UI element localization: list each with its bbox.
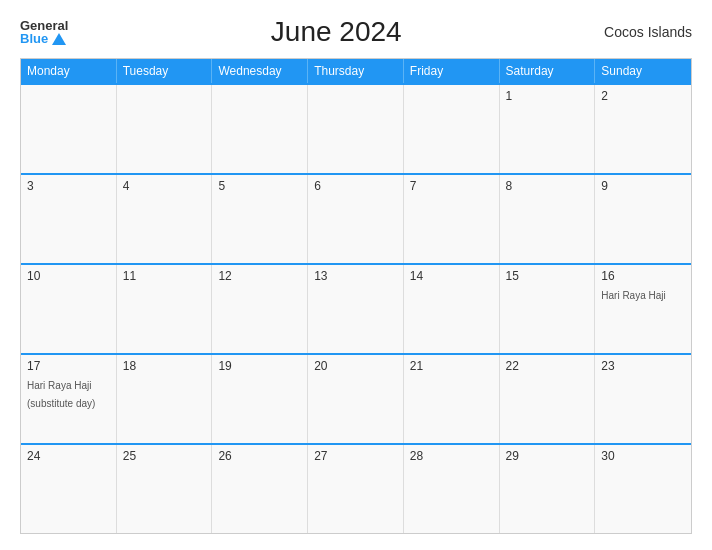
calendar: Monday Tuesday Wednesday Thursday Friday… [20,58,692,534]
day-number: 24 [27,449,110,463]
day-cell-10: 10 [21,265,117,353]
day-cell-5: 5 [212,175,308,263]
day-number: 17 [27,359,110,373]
day-cell-23: 23 [595,355,691,443]
day-cell [117,85,213,173]
day-cell-29: 29 [500,445,596,533]
day-number: 11 [123,269,206,283]
day-number: 9 [601,179,685,193]
day-number: 27 [314,449,397,463]
logo-blue-text: Blue [20,32,68,45]
day-cell-18: 18 [117,355,213,443]
day-number: 12 [218,269,301,283]
day-cell-12: 12 [212,265,308,353]
day-cell-21: 21 [404,355,500,443]
day-number: 18 [123,359,206,373]
day-number: 15 [506,269,589,283]
week-row-4: 17 Hari Raya Haji (substitute day) 18 19… [21,353,691,443]
day-number: 10 [27,269,110,283]
day-number: 7 [410,179,493,193]
day-number: 16 [601,269,685,283]
day-cell-7: 7 [404,175,500,263]
header-saturday: Saturday [500,59,596,83]
calendar-title: June 2024 [271,16,402,48]
header-tuesday: Tuesday [117,59,213,83]
day-number: 13 [314,269,397,283]
day-cell-28: 28 [404,445,500,533]
week-row-3: 10 11 12 13 14 15 16 H [21,263,691,353]
day-number: 1 [506,89,589,103]
day-cell-6: 6 [308,175,404,263]
day-cell-22: 22 [500,355,596,443]
region-label: Cocos Islands [604,24,692,40]
day-cell-19: 19 [212,355,308,443]
day-cell [212,85,308,173]
week-row-1: 1 2 [21,83,691,173]
weeks-container: 1 2 3 4 5 6 [21,83,691,533]
logo-triangle-icon [52,33,66,45]
day-cell-25: 25 [117,445,213,533]
day-cell-16: 16 Hari Raya Haji [595,265,691,353]
day-cell-17: 17 Hari Raya Haji (substitute day) [21,355,117,443]
holiday-text-17: Hari Raya Haji (substitute day) [27,380,95,409]
week-row-2: 3 4 5 6 7 8 9 [21,173,691,263]
day-number: 21 [410,359,493,373]
header-thursday: Thursday [308,59,404,83]
header: General Blue June 2024 Cocos Islands [20,16,692,48]
logo: General Blue [20,19,68,45]
holiday-text-16: Hari Raya Haji [601,290,665,301]
day-number: 25 [123,449,206,463]
header-sunday: Sunday [595,59,691,83]
day-number: 22 [506,359,589,373]
day-number: 2 [601,89,685,103]
day-cell-13: 13 [308,265,404,353]
day-cell-20: 20 [308,355,404,443]
day-number: 4 [123,179,206,193]
day-cell-11: 11 [117,265,213,353]
day-cell [21,85,117,173]
day-cell-24: 24 [21,445,117,533]
day-number: 19 [218,359,301,373]
day-cell-1: 1 [500,85,596,173]
day-cell [404,85,500,173]
day-number: 29 [506,449,589,463]
page: General Blue June 2024 Cocos Islands Mon… [0,0,712,550]
day-number: 28 [410,449,493,463]
day-number: 20 [314,359,397,373]
day-number: 8 [506,179,589,193]
day-cell-15: 15 [500,265,596,353]
day-cell-27: 27 [308,445,404,533]
day-cell-4: 4 [117,175,213,263]
day-cell-14: 14 [404,265,500,353]
header-wednesday: Wednesday [212,59,308,83]
day-headers-row: Monday Tuesday Wednesday Thursday Friday… [21,59,691,83]
day-number: 6 [314,179,397,193]
day-cell-30: 30 [595,445,691,533]
day-number: 3 [27,179,110,193]
day-number: 14 [410,269,493,283]
day-number: 26 [218,449,301,463]
week-row-5: 24 25 26 27 28 29 30 [21,443,691,533]
header-monday: Monday [21,59,117,83]
day-cell-8: 8 [500,175,596,263]
day-number: 23 [601,359,685,373]
header-friday: Friday [404,59,500,83]
day-cell-9: 9 [595,175,691,263]
day-cell-3: 3 [21,175,117,263]
day-number: 5 [218,179,301,193]
day-cell-2: 2 [595,85,691,173]
day-cell [308,85,404,173]
day-cell-26: 26 [212,445,308,533]
day-number: 30 [601,449,685,463]
